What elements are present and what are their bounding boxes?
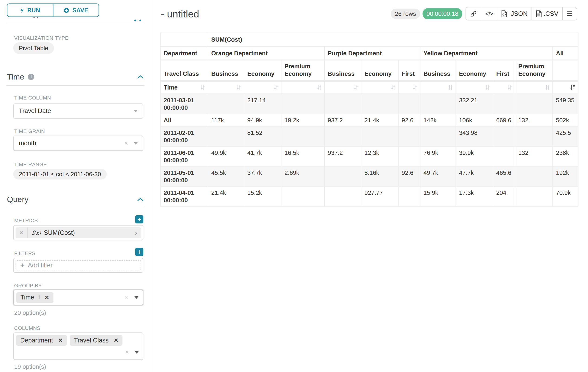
view-query-button[interactable]: </> xyxy=(481,7,497,20)
clear-icon[interactable]: × xyxy=(124,139,128,147)
row-label: 2011-05-0100:00:00 xyxy=(160,167,208,186)
sort-header-cell xyxy=(493,81,515,94)
pivot-cell xyxy=(361,94,398,114)
export-csv-button[interactable]: .CSV xyxy=(532,7,563,20)
columns-chip-label: Department xyxy=(20,337,53,344)
csv-button-label: .CSV xyxy=(544,10,558,17)
pivot-cell xyxy=(208,94,244,114)
metric-header: SUM(Cost) xyxy=(208,33,578,46)
pivot-row: All117k94.9k19.2k937.221.4k92.6142k106k6… xyxy=(160,114,578,127)
pivot-cell: 76.9k xyxy=(420,147,456,167)
columns-select[interactable]: Department ✕ Travel Class ✕ × xyxy=(13,332,143,360)
sort-icon[interactable] xyxy=(273,85,279,90)
pivot-cell xyxy=(493,127,515,147)
pivot-cell: 45.5k xyxy=(208,167,244,186)
department-group-header: Yellow Department xyxy=(420,46,553,60)
metric-chip[interactable]: × f(x) SUM(Cost) › xyxy=(16,227,141,238)
travel-class-header: Business xyxy=(325,60,361,81)
row-label: All xyxy=(160,114,208,127)
sort-icon[interactable] xyxy=(507,85,513,90)
chevron-up-icon[interactable] xyxy=(137,75,144,79)
pivot-cell xyxy=(515,167,553,186)
travel-class-header: Premium Economy xyxy=(281,60,325,81)
pivot-cell: 15.9k xyxy=(420,186,456,206)
sort-icon[interactable] xyxy=(447,85,453,90)
time-column-label: TIME COLUMN xyxy=(14,95,51,101)
remove-metric-icon: × xyxy=(20,229,23,236)
plus-circle-icon xyxy=(64,8,69,13)
sort-icon[interactable] xyxy=(484,85,491,90)
row-label: 2011-03-0100:00:00 xyxy=(160,94,208,114)
csv-file-icon xyxy=(536,11,542,17)
pivot-cell: 92.6 xyxy=(398,167,420,186)
columns-chip-travel-class[interactable]: Travel Class ✕ xyxy=(70,335,123,346)
sort-icon[interactable] xyxy=(544,85,550,90)
pivot-cell: 15.2k xyxy=(244,186,281,206)
add-metric-button[interactable]: + xyxy=(135,215,143,223)
pivot-table: SUM(Cost)DepartmentOrange DepartmentPurp… xyxy=(160,32,578,207)
share-link-button[interactable] xyxy=(466,7,481,20)
fx-icon: f(x) xyxy=(32,230,41,236)
time-section-header[interactable]: Time i xyxy=(7,72,34,81)
pivot-row: 2011-02-0100:00:0081.52343.98425.5 xyxy=(160,127,578,147)
add-filter-button[interactable]: + xyxy=(135,248,143,256)
clear-icon[interactable]: × xyxy=(125,294,129,301)
caret-down-icon xyxy=(134,296,138,299)
time-grain-select[interactable]: month × xyxy=(13,136,143,151)
columns-label: COLUMNS xyxy=(14,325,41,331)
time-grain-label: TIME GRAIN xyxy=(14,128,45,134)
row-label: 2011-04-0100:00:00 xyxy=(160,186,208,206)
clear-icon[interactable]: × xyxy=(125,349,129,356)
query-section-header[interactable]: Query xyxy=(7,195,29,204)
remove-chip-icon[interactable]: ✕ xyxy=(114,337,118,344)
json-file-icon xyxy=(501,11,507,17)
save-button[interactable]: SAVE xyxy=(53,3,99,17)
add-filter-placeholder: Add filter xyxy=(28,262,53,269)
pivot-cell: 142k xyxy=(420,114,456,127)
sort-icon[interactable] xyxy=(200,85,206,90)
department-group-header: All xyxy=(553,46,578,60)
sort-icon[interactable] xyxy=(316,85,322,90)
pivot-cell: 117k xyxy=(208,114,244,127)
clipped-dot-icon xyxy=(134,20,136,21)
time-column-value: Travel Date xyxy=(19,107,51,115)
columns-chip-department[interactable]: Department ✕ xyxy=(16,335,67,346)
add-filter-field[interactable]: + Add filter xyxy=(16,260,141,270)
visualization-type-value[interactable]: Pivot Table xyxy=(13,42,54,54)
groupby-options-count: 20 option(s) xyxy=(14,309,46,317)
run-button[interactable]: RUN xyxy=(7,3,53,17)
pivot-table-container: SUM(Cost)DepartmentOrange DepartmentPurp… xyxy=(160,32,578,207)
sort-header-cell xyxy=(456,81,493,94)
remove-metric-segment[interactable]: × xyxy=(16,227,28,238)
pivot-cell: 39.9k xyxy=(456,147,493,167)
groupby-select[interactable]: Time i ✕ × xyxy=(13,289,143,306)
pivot-cell: 106k xyxy=(456,114,493,127)
pivot-cell: 937.2 xyxy=(325,114,361,127)
chart-panel: - untitled 26 rows 00:00:00.18 </> xyxy=(153,0,588,372)
sort-icon[interactable] xyxy=(390,85,396,90)
time-column-select[interactable]: Travel Date xyxy=(13,104,143,118)
time-range-value[interactable]: 2011-01-01 ≤ col < 2011-06-30 xyxy=(13,169,107,180)
pivot-cell xyxy=(493,94,515,114)
chevron-up-icon[interactable] xyxy=(137,197,144,202)
groupby-chip-time[interactable]: Time i ✕ xyxy=(16,292,53,303)
pivot-cell: 927.77 xyxy=(361,186,398,206)
menu-button[interactable] xyxy=(563,7,577,20)
sort-icon-active[interactable] xyxy=(569,85,576,90)
remove-chip-icon[interactable]: ✕ xyxy=(44,294,49,301)
pivot-cell: 37.7k xyxy=(244,167,281,186)
sort-icon[interactable] xyxy=(236,85,242,90)
travel-class-header: Economy xyxy=(244,60,281,81)
travel-class-header: First xyxy=(398,60,420,81)
time-section-title: Time xyxy=(7,72,24,81)
pivot-cell: 465.6 xyxy=(493,167,515,186)
chevron-right-icon[interactable]: › xyxy=(135,229,137,237)
pivot-row: 2011-06-0100:00:0049.9k41.7k16.5k937.212… xyxy=(160,147,578,167)
export-json-button[interactable]: .JSON xyxy=(497,7,532,20)
remove-chip-icon[interactable]: ✕ xyxy=(58,337,63,344)
chart-title[interactable]: - untitled xyxy=(161,8,199,20)
travel-class-header: Economy xyxy=(456,60,493,81)
sort-header-cell xyxy=(244,81,281,94)
sort-icon[interactable] xyxy=(412,85,418,90)
sort-icon[interactable] xyxy=(353,85,359,90)
